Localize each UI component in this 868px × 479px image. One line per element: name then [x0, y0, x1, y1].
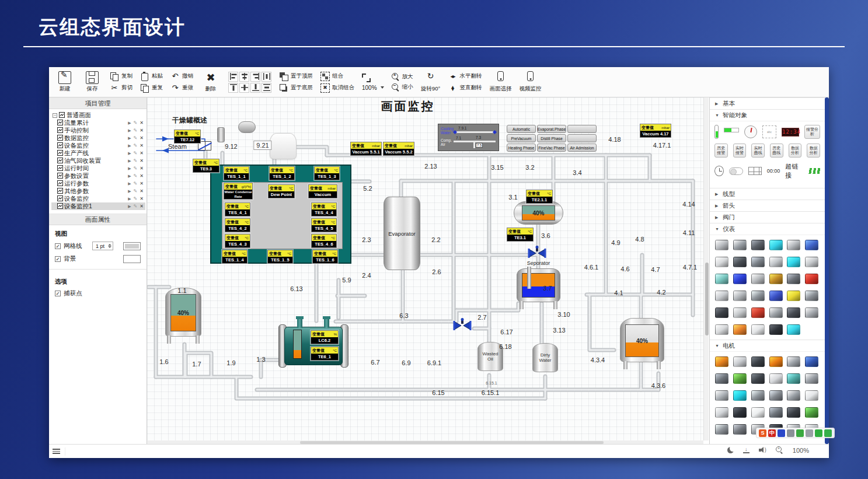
variable-tag[interactable]: 变量值°CTES_4_2 [225, 218, 250, 232]
pipe-label[interactable]: 6.15.1 [482, 389, 500, 396]
pipe-label[interactable]: 4.8 [635, 236, 644, 243]
align-left-button[interactable] [228, 72, 238, 82]
top-white-tank[interactable] [270, 133, 297, 159]
pipe-label[interactable]: 4.3.4 [591, 356, 605, 363]
instrument-icon[interactable] [769, 291, 783, 301]
instrument-icon[interactable] [733, 307, 747, 318]
toolbar-paste-button[interactable]: 粘贴 [140, 72, 163, 81]
phase-button[interactable]: Automatic [507, 125, 536, 133]
expand-icon[interactable]: ▶ [128, 189, 131, 194]
scrollbar-thumb[interactable] [705, 263, 709, 335]
edit-icon[interactable]: ✎ [134, 166, 138, 171]
pipe-label[interactable]: 1.7 [192, 361, 201, 368]
delete-item-icon[interactable]: ✕ [140, 204, 144, 209]
list-icon[interactable] [53, 447, 65, 456]
palette-section-阀门[interactable]: ▶阀门 [710, 211, 825, 223]
toolbar-delete-button[interactable]: ✖删除 [201, 71, 221, 93]
dirty-water-tank[interactable]: Dirty Water [532, 343, 558, 372]
pipe-label[interactable]: 5.2 [363, 185, 372, 192]
toolbar-screen-select-button[interactable]: 画面选择 [490, 71, 512, 93]
pipe-label[interactable]: 4.11 [683, 229, 695, 236]
variable-tag[interactable]: 变量值°CTE3.1 [507, 228, 534, 242]
sidebar-item-6[interactable]: 油气回收装置▶✎✕ [51, 157, 145, 165]
sidebar-item-7[interactable]: 运行时间▶✎✕ [51, 165, 145, 172]
phase-button[interactable]: FineVac Phase [537, 144, 566, 152]
instrument-icon[interactable] [715, 307, 728, 318]
control-valve[interactable] [453, 318, 472, 333]
instrument-icon[interactable] [805, 274, 818, 284]
toolbar-undo-button[interactable]: ↶撤销 [170, 72, 193, 81]
instrument-icon[interactable] [787, 324, 800, 335]
ime-icon[interactable] [796, 429, 804, 437]
palette-scrollbar[interactable] [825, 97, 829, 444]
motor-icon[interactable] [715, 424, 728, 435]
edit-icon[interactable]: ✎ [134, 158, 138, 163]
toolbar-repeat-button[interactable]: 重复 [140, 83, 163, 93]
pipe-label[interactable]: 4.14 [682, 201, 695, 208]
delete-item-icon[interactable]: ✕ [140, 173, 144, 179]
distribute-v-button[interactable] [262, 83, 271, 93]
ime-icon[interactable] [824, 429, 832, 437]
motor-icon[interactable] [751, 390, 765, 401]
pipe-label[interactable]: 3.1 [508, 194, 517, 201]
instrument-icon[interactable] [769, 274, 783, 284]
motor-icon[interactable] [769, 356, 783, 367]
delete-item-icon[interactable]: ✕ [140, 135, 144, 141]
sidebar-item-5[interactable]: 生产产线▶✎✕ [51, 149, 145, 157]
smart-object-button[interactable]: 历史曲线 [770, 144, 783, 158]
toolbar-rotate-button[interactable]: ↻旋转90° [421, 71, 441, 93]
phase-button[interactable]: Air Admission [567, 144, 597, 152]
instrument-icon[interactable] [751, 274, 765, 284]
sidebar-item-12[interactable]: 设备监控1▶✎✕ [51, 202, 145, 210]
toolbar-bring-front-button[interactable]: 置于顶层 [279, 72, 313, 81]
pipe-label[interactable]: 2.2 [431, 236, 440, 243]
feed-tank[interactable]: 40% [165, 288, 201, 337]
toolbar-new-button[interactable]: 新建 [55, 71, 75, 93]
instrument-icon[interactable] [787, 257, 800, 267]
motor-icon[interactable] [715, 356, 728, 367]
pipe-label[interactable]: 6.18 [499, 343, 511, 350]
toolbar-zoom-in-button[interactable]: +放大 [392, 73, 413, 81]
pipe-label[interactable]: 6.17 [500, 328, 513, 335]
motor-icon[interactable] [733, 390, 747, 401]
motor-icon[interactable] [715, 390, 728, 401]
toolbar-send-back-button[interactable]: 置于底层 [279, 83, 313, 93]
variable-tag[interactable]: 变量值°CTES_1_3 [314, 166, 340, 180]
dashed-line-icon[interactable] [808, 168, 820, 174]
edit-icon[interactable]: ✎ [134, 188, 138, 194]
instrument-icon[interactable] [805, 291, 818, 301]
top-capsule-tank[interactable] [238, 121, 256, 133]
toolbar-group-button[interactable]: 组合 [320, 72, 354, 81]
instrument-icon[interactable] [733, 324, 747, 335]
instrument-icon[interactable] [787, 240, 800, 250]
toolbar-flip-h-button[interactable]: ◂▸水平翻转 [448, 72, 482, 81]
collapse-icon[interactable]: − [53, 113, 57, 118]
instrument-icon[interactable] [751, 307, 765, 318]
expand-icon[interactable]: ▶ [128, 136, 131, 141]
toolbar-zoom-out-button[interactable]: −缩小 [392, 83, 413, 92]
toolbar-redo-button[interactable]: ↷重做 [170, 83, 193, 93]
motor-icon[interactable] [805, 390, 818, 401]
variable-tag[interactable]: 变量值mbarVaccum 4.17 [640, 124, 671, 138]
palette-section-线型[interactable]: ▶线型 [710, 188, 825, 200]
sidebar-item-8[interactable]: 参数设置▶✎✕ [51, 172, 145, 180]
pipe-label[interactable]: 6.9.1 [427, 359, 441, 366]
motor-icon[interactable] [733, 424, 747, 435]
pipe-label[interactable]: 4.3.6 [651, 382, 665, 389]
gridline-checkbox[interactable]: ✓ [55, 243, 61, 249]
variable-tag[interactable]: 变量值°CTES_1_6 [312, 250, 338, 264]
ime-icon[interactable] [778, 429, 785, 437]
background-color-swatch[interactable] [123, 255, 141, 263]
sidebar-item-1[interactable]: 流量累计▶✎✕ [51, 119, 145, 127]
motor-icon[interactable] [715, 407, 728, 418]
instrument-icon[interactable] [733, 274, 747, 284]
motor-icon[interactable] [787, 390, 800, 401]
phase-button[interactable]: Evaporat.Phase [537, 125, 566, 133]
motor-icon[interactable] [751, 407, 765, 418]
evaporator[interactable]: Evaporator [384, 197, 420, 270]
variable-tag[interactable]: 变量值°CTES_1_2 [269, 166, 295, 180]
phase-button-empty[interactable] [567, 125, 597, 133]
pipe-label[interactable]: 3.7 [543, 285, 552, 292]
motor-icon[interactable] [805, 356, 818, 367]
pipe-label[interactable]: 6.15.1 [486, 381, 497, 385]
